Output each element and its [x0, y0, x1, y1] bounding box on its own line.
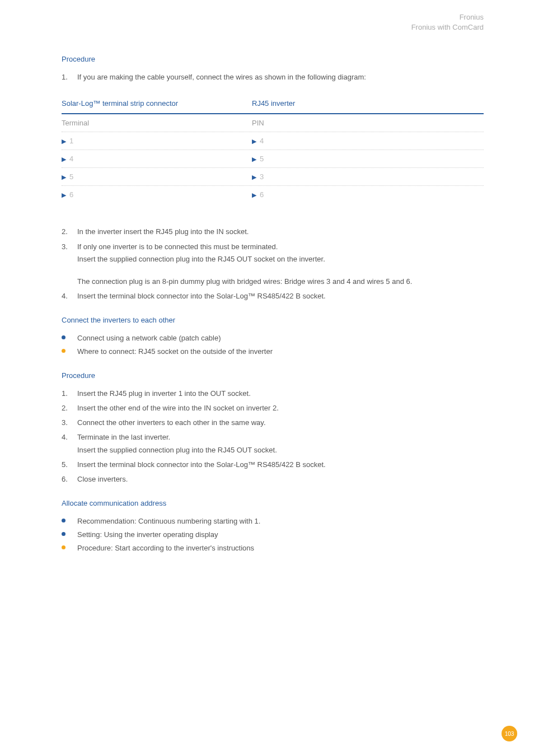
page-number-badge: 103	[502, 726, 517, 741]
table-header-row: Solar-Log™ terminal strip connector RJ45…	[62, 99, 484, 114]
list-number: 5.	[62, 459, 77, 471]
table-head-left: Solar-Log™ terminal strip connector	[62, 99, 252, 108]
header-line1: Fronius	[62, 12, 484, 22]
bullet-text: Recommendation: Continuous numbering sta…	[77, 515, 484, 528]
bullet-icon	[62, 335, 65, 339]
list-number: 6.	[62, 473, 77, 486]
cell: 3	[260, 172, 264, 181]
page-header: Fronius Fronius with ComCard	[62, 12, 484, 32]
bullet-item: Procedure: Start according to the invert…	[62, 542, 484, 554]
list-text: Insert the terminal block connector into…	[77, 459, 484, 471]
list-text-line: Insert the supplied connection plug into…	[77, 444, 484, 456]
cell: 5	[69, 172, 73, 181]
cell: 4	[260, 137, 264, 145]
table-subheader-row: Terminal PIN	[62, 114, 484, 132]
triangle-icon: ▶	[62, 138, 66, 144]
list-text-line: If only one inverter is to be connected …	[77, 241, 484, 253]
bullet-text: Procedure: Start according to the invert…	[77, 542, 484, 554]
triangle-icon: ▶	[62, 192, 66, 198]
list-text: Terminate in the last inverter.Insert th…	[77, 431, 484, 456]
cell: 6	[260, 190, 264, 199]
list-number: 3.	[62, 241, 77, 288]
list-item: 2.Insert the other end of the wire into …	[62, 402, 484, 414]
cell: 4	[69, 155, 73, 163]
list-number: 4.	[62, 431, 77, 456]
list-item: 3. If only one inverter is to be connect…	[62, 241, 484, 288]
list-number: 4.	[62, 290, 77, 302]
list-text: Connect the other inverters to each othe…	[77, 417, 484, 429]
header-line2: Fronius with ComCard	[62, 22, 484, 32]
list-text: If you are making the cable yourself, co…	[77, 71, 484, 83]
list-item: 2. In the inverter insert the RJ45 plug …	[62, 226, 484, 238]
page-number: 103	[505, 731, 514, 737]
triangle-icon: ▶	[62, 174, 66, 180]
triangle-icon: ▶	[62, 156, 66, 162]
list-number: 2.	[62, 402, 77, 414]
triangle-icon: ▶	[252, 192, 256, 198]
list-number: 1.	[62, 71, 77, 83]
bullet-icon	[62, 545, 65, 549]
cell: 1	[69, 137, 73, 145]
triangle-icon: ▶	[252, 138, 256, 144]
list-item: 1.Insert the RJ45 plug in inverter 1 int…	[62, 388, 484, 400]
list-item: 3.Connect the other inverters to each ot…	[62, 417, 484, 429]
cell: 5	[260, 155, 264, 163]
list-text-line: The connection plug is an 8-pin dummy pl…	[77, 276, 484, 288]
table-row: ▶4 ▶5	[62, 150, 484, 168]
table-sub-right: PIN	[252, 119, 484, 127]
bullet-item: Where to connect: RJ45 socket on the out…	[62, 346, 484, 358]
list-number: 2.	[62, 226, 77, 238]
section-title-allocate: Allocate communication address	[62, 499, 484, 507]
bullet-icon	[62, 349, 65, 353]
table-sub-left: Terminal	[62, 119, 252, 127]
list-number: 3.	[62, 417, 77, 429]
list-text: In the inverter insert the RJ45 plug int…	[77, 226, 484, 238]
section-title-connect: Connect the inverters to each other	[62, 316, 484, 324]
list-item: 1. If you are making the cable yourself,…	[62, 71, 484, 83]
bullet-icon	[62, 519, 65, 522]
table-row: ▶6 ▶6	[62, 186, 484, 203]
bullet-text: Setting: Using the inverter operating di…	[77, 529, 484, 541]
list-text: If only one inverter is to be connected …	[77, 241, 484, 288]
list-item: 6.Close inverters.	[62, 473, 484, 486]
triangle-icon: ▶	[252, 156, 256, 162]
bullet-item: Setting: Using the inverter operating di…	[62, 529, 484, 541]
table-head-right: RJ45 inverter	[252, 99, 484, 108]
pin-table: Solar-Log™ terminal strip connector RJ45…	[62, 99, 484, 203]
list-text: Insert the RJ45 plug in inverter 1 into …	[77, 388, 484, 400]
bullet-text: Where to connect: RJ45 socket on the out…	[77, 346, 484, 358]
list-text: Insert the other end of the wire into th…	[77, 402, 484, 414]
bullet-item: Connect using a network cable (patch cab…	[62, 332, 484, 344]
section-title-procedure-1: Procedure	[62, 55, 484, 63]
list-number: 1.	[62, 388, 77, 400]
bullet-item: Recommendation: Continuous numbering sta…	[62, 515, 484, 528]
list-text: Close inverters.	[77, 473, 484, 486]
table-row: ▶1 ▶4	[62, 132, 484, 150]
bullet-text: Connect using a network cable (patch cab…	[77, 332, 484, 344]
list-text-line: Terminate in the last inverter.	[77, 431, 484, 444]
list-item: 4.Terminate in the last inverter.Insert …	[62, 431, 484, 456]
list-text: Insert the terminal block connector into…	[77, 290, 484, 302]
list-item: 5.Insert the terminal block connector in…	[62, 459, 484, 471]
table-row: ▶5 ▶3	[62, 168, 484, 186]
cell: 6	[69, 190, 73, 199]
list-item: 4. Insert the terminal block connector i…	[62, 290, 484, 302]
list-text-line: Insert the supplied connection plug into…	[77, 253, 484, 265]
triangle-icon: ▶	[252, 174, 256, 180]
section-title-procedure-2: Procedure	[62, 371, 484, 380]
bullet-icon	[62, 532, 65, 536]
